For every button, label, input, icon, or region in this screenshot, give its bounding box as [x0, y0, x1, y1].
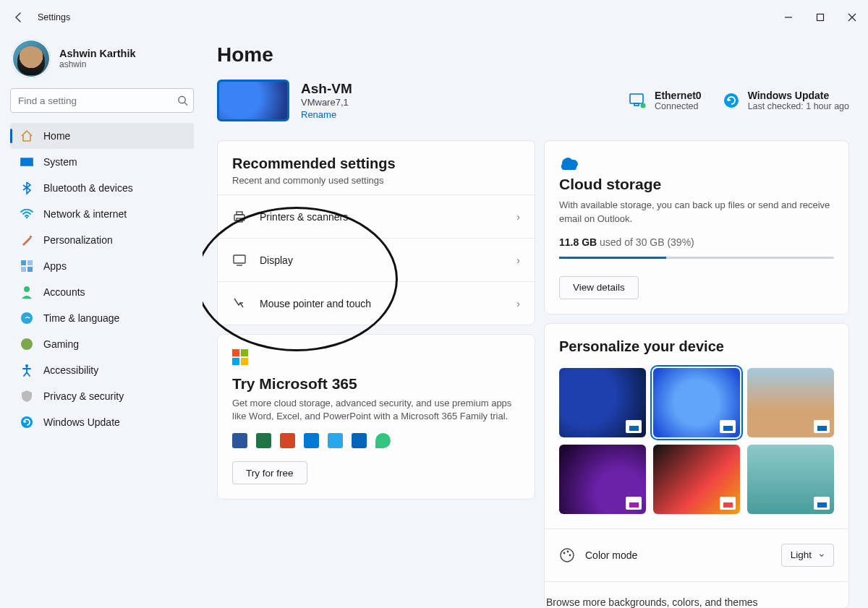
- bluetooth-icon: [20, 181, 33, 194]
- update-status[interactable]: Windows Update Last checked: 1 hour ago: [723, 90, 849, 111]
- update-icon: [723, 93, 739, 108]
- sidebar-item-accounts[interactable]: Accounts: [10, 279, 194, 305]
- network-status[interactable]: Ethernet0 Connected: [629, 90, 702, 111]
- svg-point-28: [561, 549, 574, 562]
- sidebar-item-personalization[interactable]: Personalization: [10, 227, 194, 253]
- profile-block[interactable]: Ashwin Karthik ashwin: [10, 39, 194, 78]
- svg-point-12: [21, 338, 33, 350]
- powerpoint-icon: [280, 433, 295, 448]
- microsoft-logo-icon: [232, 349, 520, 365]
- sidebar-item-update[interactable]: Windows Update: [10, 409, 194, 435]
- sidebar-item-label: Privacy & security: [43, 390, 124, 402]
- avatar: [12, 39, 51, 78]
- view-details-button[interactable]: View details: [559, 276, 639, 299]
- window-title: Settings: [38, 12, 70, 22]
- search-icon: [177, 95, 188, 106]
- sidebar-item-label: Network & internet: [43, 208, 127, 220]
- theme-option-4[interactable]: [559, 445, 646, 514]
- profile-name: Ashwin Karthik: [59, 48, 136, 59]
- sidebar-item-system[interactable]: System: [10, 149, 194, 175]
- accounts-icon: [20, 286, 33, 299]
- sidebar-item-label: Home: [43, 130, 70, 142]
- sidebar-item-accessibility[interactable]: Accessibility: [10, 357, 194, 383]
- network-title: Ethernet0: [655, 90, 702, 101]
- svg-point-4: [26, 217, 28, 219]
- search-box[interactable]: [10, 88, 194, 113]
- printer-icon: [232, 210, 247, 224]
- sidebar-item-label: Accessibility: [43, 364, 98, 376]
- sidebar-item-time[interactable]: Time & language: [10, 305, 194, 331]
- maximize-button[interactable]: [804, 7, 836, 28]
- theme-option-2[interactable]: [653, 368, 740, 437]
- device-subtitle: VMware7,1: [301, 97, 352, 108]
- time-icon: [20, 312, 33, 325]
- try-for-free-button[interactable]: Try for free: [232, 461, 307, 484]
- svg-rect-16: [634, 103, 639, 106]
- outlook-icon: [352, 433, 367, 448]
- sidebar-item-privacy[interactable]: Privacy & security: [10, 383, 194, 409]
- sidebar-item-bluetooth[interactable]: Bluetooth & devices: [10, 175, 194, 201]
- color-mode-label: Color mode: [585, 549, 637, 561]
- browse-more-link[interactable]: Browse more backgrounds, colors, and the…: [546, 596, 758, 608]
- theme-option-3[interactable]: [747, 368, 834, 437]
- svg-rect-24: [232, 349, 239, 356]
- network-sub: Connected: [655, 101, 702, 111]
- sidebar-item-label: Personalization: [43, 234, 113, 246]
- reco-item-printers[interactable]: Printers & scanners ›: [218, 194, 535, 238]
- update-title: Windows Update: [748, 90, 849, 101]
- reco-item-label: Display: [260, 254, 293, 266]
- sidebar-item-network[interactable]: Network & internet: [10, 201, 194, 227]
- family-icon: [375, 433, 391, 448]
- m365-title: Try Microsoft 365: [232, 375, 520, 393]
- minimize-button[interactable]: [773, 7, 804, 28]
- profile-username: ashwin: [59, 59, 136, 69]
- sidebar-item-home[interactable]: Home: [10, 123, 194, 149]
- shield-icon: [20, 390, 33, 403]
- svg-rect-25: [241, 349, 248, 356]
- gaming-icon: [20, 338, 33, 351]
- device-thumbnail[interactable]: [217, 80, 289, 121]
- m365-card: Try Microsoft 365 Get more cloud storage…: [217, 334, 535, 500]
- palette-icon: [559, 547, 575, 563]
- personalize-title: Personalize your device: [559, 338, 834, 355]
- search-input[interactable]: [10, 88, 194, 113]
- theme-option-6[interactable]: [747, 445, 834, 514]
- update-sub: Last checked: 1 hour ago: [748, 101, 849, 111]
- svg-rect-20: [237, 212, 242, 215]
- cloud-icon: [559, 155, 834, 171]
- update-icon: [20, 416, 33, 429]
- close-button[interactable]: [836, 7, 868, 28]
- back-button[interactable]: [7, 6, 30, 29]
- chevron-right-icon: ›: [516, 211, 520, 223]
- color-mode-value: Light: [791, 549, 812, 560]
- personalize-card: Personalize your device Color mode Light: [544, 323, 849, 608]
- svg-rect-19: [234, 215, 244, 220]
- rename-link[interactable]: Rename: [301, 109, 352, 120]
- svg-point-2: [179, 96, 185, 103]
- svg-point-10: [24, 286, 30, 292]
- chevron-right-icon: ›: [516, 254, 520, 266]
- reco-item-display[interactable]: Display ›: [218, 238, 535, 281]
- sidebar-item-label: Windows Update: [43, 416, 120, 428]
- svg-point-31: [569, 554, 571, 556]
- svg-point-30: [567, 550, 569, 552]
- svg-rect-15: [630, 94, 643, 103]
- sidebar-item-apps[interactable]: Apps: [10, 253, 194, 279]
- svg-rect-1: [817, 14, 824, 21]
- svg-rect-8: [21, 267, 26, 272]
- svg-point-17: [641, 103, 646, 108]
- mouse-icon: [232, 296, 247, 311]
- cloud-storage-card: Cloud storage With available storage, yo…: [544, 140, 849, 314]
- reco-item-label: Mouse pointer and touch: [260, 298, 371, 309]
- color-mode-select[interactable]: Light: [781, 544, 834, 567]
- sidebar-item-label: Bluetooth & devices: [43, 182, 133, 194]
- personalization-icon: [20, 234, 33, 247]
- theme-option-1[interactable]: [559, 368, 646, 437]
- sidebar-item-gaming[interactable]: Gaming: [10, 331, 194, 357]
- theme-option-5[interactable]: [653, 445, 740, 514]
- cloud-used: 11.8 GB: [559, 236, 597, 248]
- reco-item-mouse[interactable]: Mouse pointer and touch ›: [218, 281, 535, 325]
- sidebar-item-label: Apps: [43, 260, 67, 272]
- cloud-total: used of 30 GB (39%): [600, 236, 694, 248]
- storage-bar: [559, 257, 834, 259]
